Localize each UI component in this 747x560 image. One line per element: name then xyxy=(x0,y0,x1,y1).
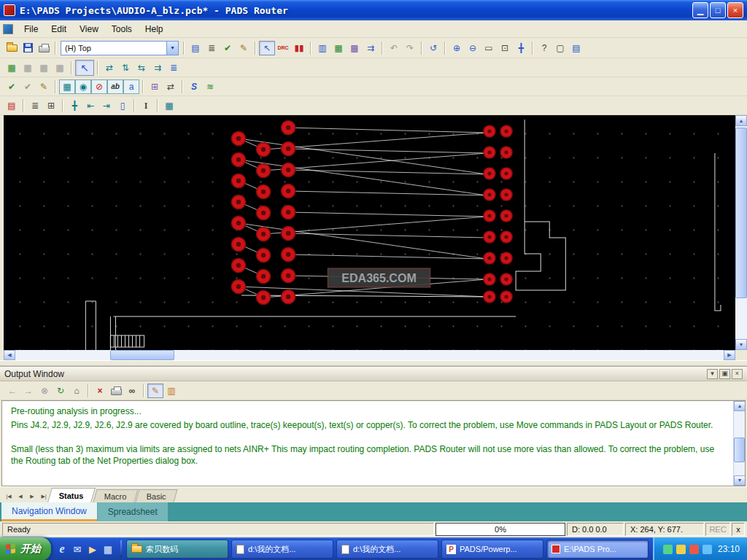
task-powerpoint[interactable]: P PADS/Powerp... xyxy=(441,540,543,559)
output-scroll-thumb[interactable] xyxy=(734,438,745,462)
route-options-button[interactable]: ≣ xyxy=(166,61,182,75)
log-columns-button[interactable]: ▥ xyxy=(163,384,179,398)
output-window-titlebar[interactable]: Output Window ▾ ▣ × xyxy=(0,367,747,381)
scroll-down-button[interactable]: ▼ xyxy=(735,339,747,350)
tab-macro[interactable]: Macro xyxy=(93,489,138,502)
design-rules-button[interactable]: ✎ xyxy=(236,41,252,55)
clear-log-button[interactable]: × xyxy=(92,384,108,398)
drc-report-button[interactable]: ▤ xyxy=(4,98,20,113)
output-scroll-down[interactable]: ▼ xyxy=(734,475,746,486)
tab-scroll-prev-button[interactable]: ◀ xyxy=(15,491,26,502)
task-document-2[interactable]: d:\我的文档... xyxy=(336,540,438,559)
drc-toggle-button[interactable]: DRC xyxy=(275,41,291,55)
tray-clock[interactable]: 23:10 xyxy=(718,544,740,554)
maximize-button[interactable]: □ xyxy=(710,2,726,18)
media-player-icon[interactable]: ▶ xyxy=(86,542,99,556)
home-button[interactable]: ⌂ xyxy=(69,384,85,398)
tray-network-icon[interactable] xyxy=(703,545,712,554)
start-button[interactable]: 开始 xyxy=(0,537,51,560)
help-button[interactable]: ? xyxy=(536,41,552,55)
menu-tools[interactable]: Tools xyxy=(105,22,139,36)
output-menu-button[interactable]: ▾ xyxy=(707,369,718,379)
misc-toolbar-toggle[interactable]: ▦ xyxy=(52,61,68,75)
scroll-right-button[interactable]: ▶ xyxy=(724,350,735,360)
h-scroll-thumb[interactable] xyxy=(110,350,174,360)
combo-dropdown-button[interactable]: ▾ xyxy=(166,42,178,55)
properties-button[interactable]: ▤ xyxy=(187,41,204,55)
tab-status[interactable]: Status xyxy=(47,488,95,502)
output-log[interactable]: Pre-routing analysis in progress... Pins… xyxy=(1,400,746,486)
refresh-log-button[interactable]: ↻ xyxy=(53,384,69,398)
zoom-in-button[interactable]: ⊕ xyxy=(449,41,465,55)
align-left-button[interactable]: ⇤ xyxy=(82,98,98,113)
no-via-button[interactable]: ⊘ xyxy=(91,79,107,94)
interactive-route-button[interactable]: ⇄ xyxy=(101,61,117,75)
tab-navigation-window[interactable]: Navigation Window xyxy=(1,502,97,521)
pad-stacks-button[interactable]: ⊞ xyxy=(147,79,163,94)
via-style-button[interactable]: ◉ xyxy=(75,79,91,94)
color-grid-button[interactable]: ▦ xyxy=(330,41,347,55)
open-file-button[interactable] xyxy=(4,41,20,55)
mail-icon[interactable]: ✉ xyxy=(71,542,84,556)
output-scroll-track[interactable] xyxy=(734,411,745,475)
pause-routing-button[interactable]: ▮▮ xyxy=(291,41,307,55)
align-right-button[interactable]: ⇥ xyxy=(98,98,115,113)
tab-scroll-next-button[interactable]: ▶ xyxy=(26,491,38,502)
horizontal-scrollbar[interactable]: ◀ ▶ xyxy=(4,350,735,360)
stop-button[interactable]: ⊗ xyxy=(36,384,53,398)
find-in-log-button[interactable]: ∞ xyxy=(124,384,140,398)
tab-basic[interactable]: Basic xyxy=(136,489,178,502)
tray-alert-icon[interactable] xyxy=(689,545,699,554)
zoom-out-button[interactable]: ⊖ xyxy=(465,41,481,55)
table-view-button[interactable]: ▦ xyxy=(161,98,177,113)
menu-edit[interactable]: Edit xyxy=(44,22,73,36)
pan-button[interactable]: ╋ xyxy=(513,41,529,55)
select-mode-button[interactable]: ↖ xyxy=(259,41,275,55)
tab-scroll-first-button[interactable]: |◀ xyxy=(3,491,15,502)
select-pointer-button[interactable]: ↖ xyxy=(75,60,94,76)
verify-design-button[interactable]: ✔ xyxy=(220,41,236,55)
placement-toolbar-toggle[interactable]: ▦ xyxy=(20,61,36,75)
menu-view[interactable]: View xyxy=(73,22,105,36)
output-pin-button[interactable]: ▣ xyxy=(719,369,730,379)
layer-selector[interactable]: (H) Top ▾ xyxy=(61,41,179,55)
tab-spreadsheet[interactable]: Spreadsheet xyxy=(97,502,168,521)
log-pen-button[interactable]: ✎ xyxy=(147,384,163,398)
save-button[interactable] xyxy=(20,41,36,55)
measure-button[interactable]: I xyxy=(138,98,154,113)
pcb-canvas[interactable]: EDA365.COM xyxy=(4,115,735,350)
minimize-button[interactable]: ▁ xyxy=(692,2,708,18)
window-frame-button[interactable]: ▢ xyxy=(552,41,568,55)
swap-pins-button[interactable]: ⇄ xyxy=(163,79,179,94)
spin-route-button[interactable]: S xyxy=(186,79,202,94)
test-toolbar-toggle[interactable]: ▦ xyxy=(36,61,52,75)
print-button[interactable] xyxy=(36,41,52,55)
layer-stack-button[interactable]: ≋ xyxy=(202,79,218,94)
redo-button[interactable]: ↷ xyxy=(402,41,418,55)
menu-file[interactable]: File xyxy=(18,22,44,36)
tray-update-icon[interactable] xyxy=(676,545,686,554)
auto-route-button[interactable]: ⇉ xyxy=(150,61,166,75)
menu-help[interactable]: Help xyxy=(139,22,170,36)
move-button[interactable]: ╋ xyxy=(66,98,82,113)
v-scroll-thumb[interactable] xyxy=(735,128,747,298)
text-tool-button[interactable]: ab xyxy=(107,79,123,94)
show-desktop-icon[interactable]: ▦ xyxy=(101,542,115,556)
board-view-button[interactable]: ▭ xyxy=(481,41,497,55)
output-close-button[interactable]: × xyxy=(732,369,743,379)
internet-explorer-icon[interactable]: e xyxy=(55,542,69,556)
routing-toolbar-toggle[interactable]: ▦ xyxy=(4,61,20,75)
dispatch-button[interactable]: ⇉ xyxy=(363,41,379,55)
output-scroll-up[interactable]: ▲ xyxy=(734,401,746,411)
workspace-button[interactable]: ▤ xyxy=(568,41,584,55)
via-barrel-button[interactable]: ▯ xyxy=(115,98,131,113)
nav-forward-button[interactable]: → xyxy=(20,384,36,398)
tray-antivirus-icon[interactable] xyxy=(663,545,673,554)
scroll-up-button[interactable]: ▲ xyxy=(735,115,747,126)
bus-route-button[interactable]: ⇆ xyxy=(133,61,150,75)
vertical-scrollbar[interactable]: ▲ ▼ xyxy=(735,115,747,360)
close-button[interactable]: × xyxy=(727,2,743,18)
find-component-button[interactable]: a xyxy=(123,79,139,94)
net-colors-button[interactable]: ▩ xyxy=(347,41,363,55)
fit-view-button[interactable]: ⊡ xyxy=(497,41,513,55)
